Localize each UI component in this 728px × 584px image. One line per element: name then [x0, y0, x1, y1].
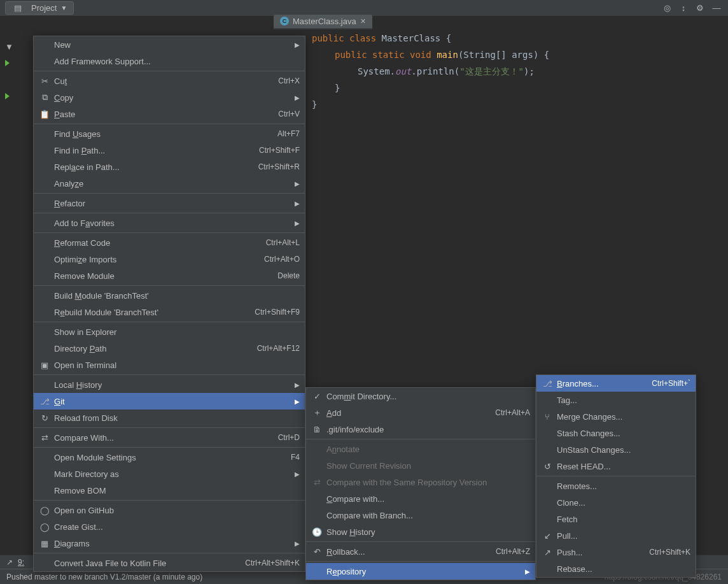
menu-item-rebuild-module-branchtest[interactable]: Rebuild Module 'BranchTest'Ctrl+Shift+F9 — [34, 304, 305, 320]
menu-item-new[interactable]: New▶ — [34, 36, 305, 53]
menu-item-push[interactable]: ↗Push...Ctrl+Shift+K — [536, 544, 696, 560]
menu-item-show-history[interactable]: 🕒Show History — [306, 523, 535, 540]
menu-label: .git/info/exclude — [326, 425, 530, 434]
menu-item-rebase[interactable]: Rebase... — [536, 560, 696, 577]
menu-item-replace-in-path[interactable]: Replace in Path...Ctrl+Shift+R — [34, 159, 305, 175]
menu-label: Commit Directory... — [326, 392, 530, 401]
menu-item-paste[interactable]: 📋PasteCtrl+V — [34, 106, 305, 122]
menu-item-unstash-changes[interactable]: UnStash Changes... — [536, 441, 696, 458]
menu-item-remotes[interactable]: Remotes... — [536, 478, 696, 494]
menu-label: Push... — [557, 548, 649, 557]
menu-item-refactor[interactable]: Refactor▶ — [34, 195, 305, 211]
menu-item-create-gist[interactable]: ◯Create Gist... — [34, 518, 305, 535]
github-icon: ◯ — [39, 506, 50, 515]
menu-label: Compare with Branch... — [326, 511, 530, 520]
menu-item-rollback[interactable]: ↶Rollback...Ctrl+Alt+Z — [306, 543, 535, 560]
shortcut-text: Alt+F7 — [277, 129, 300, 138]
menu-item-show-in-explorer[interactable]: Show in Explorer — [34, 324, 305, 340]
menu-item-cut[interactable]: ✂CutCtrl+X — [34, 73, 305, 89]
editor-tab-masterclass[interactable]: C MasterClass.java ✕ — [274, 15, 372, 28]
menu-item-local-history[interactable]: Local History▶ — [34, 376, 305, 393]
expand-icon[interactable]: ▼ — [5, 42, 13, 52]
menu-item-repository[interactable]: Repository▶ — [306, 563, 535, 580]
menu-item-directory-path[interactable]: Directory PathCtrl+Alt+F12 — [34, 340, 305, 357]
menu-item-git[interactable]: ⎇Git▶ — [34, 393, 305, 410]
menu-item-mark-directory-as[interactable]: Mark Directory as▶ — [34, 466, 305, 482]
menu-label: Directory Path — [54, 344, 257, 353]
menu-separator — [34, 322, 305, 322]
menu-label: Remove BOM — [54, 486, 300, 495]
menu-item-show-current-revision[interactable]: Show Current Revision — [306, 457, 535, 474]
code-editor[interactable]: public class MasterClass { public static… — [312, 31, 549, 113]
menu-item-add-to-favorites[interactable]: Add to Favorites▶ — [34, 215, 305, 231]
shortcut-text: Ctrl+X — [278, 76, 300, 85]
commit-icon: ✓ — [311, 392, 323, 401]
menu-separator — [34, 447, 305, 448]
menu-label: Find in Path... — [54, 146, 259, 155]
project-tool-button[interactable]: ▤ Project ▼ — [5, 1, 74, 15]
shortcut-text: Ctrl+Shift+K — [649, 548, 690, 557]
menu-item-merge-changes[interactable]: ⑂Merge Changes... — [536, 408, 696, 425]
menu-item-optimize-imports[interactable]: Optimize ImportsCtrl+Alt+O — [34, 251, 305, 267]
menu-label: Compare with the Same Repository Version — [326, 478, 530, 487]
menu-label: Merge Changes... — [557, 412, 690, 422]
menu-item-add-framework-support[interactable]: Add Framework Support... — [34, 53, 305, 69]
submenu-arrow-icon: ▶ — [295, 220, 300, 227]
expand-icon[interactable]: ↕ — [677, 2, 690, 15]
menu-item-pull[interactable]: ↙Pull... — [536, 527, 696, 544]
menu-label: Build Module 'BranchTest' — [54, 291, 300, 301]
menu-item-add[interactable]: ＋AddCtrl+Alt+A — [306, 404, 535, 421]
hide-icon[interactable]: — — [710, 2, 723, 15]
menu-item-compare-with-branch[interactable]: Compare with Branch... — [306, 507, 535, 523]
menu-item-annotate[interactable]: Annotate — [306, 441, 535, 457]
menu-item-open-in-terminal[interactable]: ▣Open in Terminal — [34, 357, 305, 373]
menu-item-open-on-github[interactable]: ◯Open on GitHub — [34, 502, 305, 518]
reload-icon: ↻ — [39, 413, 50, 423]
shortcut-text: Ctrl+Alt+O — [264, 255, 300, 264]
menu-item-compare-with-the-same-repository-version[interactable]: ⇄Compare with the Same Repository Versio… — [306, 474, 535, 490]
menu-item-remove-module[interactable]: Remove ModuleDelete — [34, 267, 305, 284]
menu-item-clone[interactable]: Clone... — [536, 494, 696, 511]
menu-label: Reload from Disk — [54, 413, 300, 423]
menu-item-fetch[interactable]: Fetch — [536, 511, 696, 527]
menu-item-branches[interactable]: ⎇Branches...Ctrl+Shift+` — [536, 375, 696, 392]
menu-item-find-in-path[interactable]: Find in Path...Ctrl+Shift+F — [34, 142, 305, 159]
run-icon[interactable] — [5, 60, 10, 66]
locate-icon[interactable]: ◎ — [661, 2, 673, 15]
merge-icon: ⑂ — [542, 412, 553, 422]
menu-item-compare-with[interactable]: ⇄Compare With...Ctrl+D — [34, 429, 305, 446]
project-label: Project — [31, 3, 57, 13]
menu-item-open-module-settings[interactable]: Open Module SettingsF4 — [34, 449, 305, 466]
menu-item-find-usages[interactable]: Find UsagesAlt+F7 — [34, 125, 305, 142]
menu-item-reset-head[interactable]: ↺Reset HEAD... — [536, 458, 696, 474]
submenu-arrow-icon: ▶ — [525, 568, 530, 575]
menu-item-compare-with[interactable]: Compare with... — [306, 490, 535, 507]
run-icon[interactable] — [5, 93, 10, 99]
menu-item-analyze[interactable]: Analyze▶ — [34, 175, 305, 192]
close-icon[interactable]: ✕ — [360, 17, 366, 25]
menu-item-diagrams[interactable]: ▦Diagrams▶ — [34, 535, 305, 552]
menu-label: Local History — [54, 380, 291, 390]
menu-label: Rollback... — [326, 547, 496, 557]
menu-item-reformat-code[interactable]: Reformat CodeCtrl+Alt+L — [34, 234, 305, 251]
menu-label: Copy — [54, 93, 291, 103]
menu-label: Clone... — [557, 498, 690, 508]
menu-item-tag[interactable]: Tag... — [536, 392, 696, 408]
git-tool-icon[interactable]: ↗ — [6, 558, 13, 567]
menu-item-stash-changes[interactable]: Stash Changes... — [536, 425, 696, 441]
menu-separator — [306, 541, 535, 542]
diff-icon: ⇄ — [39, 433, 50, 443]
menu-item-convert-java-file-to-kotlin-file[interactable]: Convert Java File to Kotlin FileCtrl+Alt… — [34, 555, 305, 571]
menu-item-git-info-exclude[interactable]: 🗎.git/info/exclude — [306, 421, 535, 438]
status-message: Pushed master to new branch V1.2/master … — [6, 573, 202, 581]
menu-item-remove-bom[interactable]: Remove BOM — [34, 482, 305, 499]
tool-window-tab-git[interactable]: 9: — [18, 558, 24, 567]
menu-item-build-module-branchtest[interactable]: Build Module 'BranchTest' — [34, 287, 305, 304]
menu-item-copy[interactable]: ⧉Copy▶ — [34, 89, 305, 106]
menu-item-commit-directory[interactable]: ✓Commit Directory... — [306, 388, 535, 404]
editor-gutter: ▼ — [5, 38, 31, 104]
menu-item-reload-from-disk[interactable]: ↻Reload from Disk — [34, 410, 305, 426]
gear-icon[interactable]: ⚙ — [694, 2, 706, 15]
git-submenu: ✓Commit Directory...＋AddCtrl+Alt+A🗎.git/… — [305, 387, 536, 580]
shortcut-text: Ctrl+Shift+` — [652, 379, 690, 388]
